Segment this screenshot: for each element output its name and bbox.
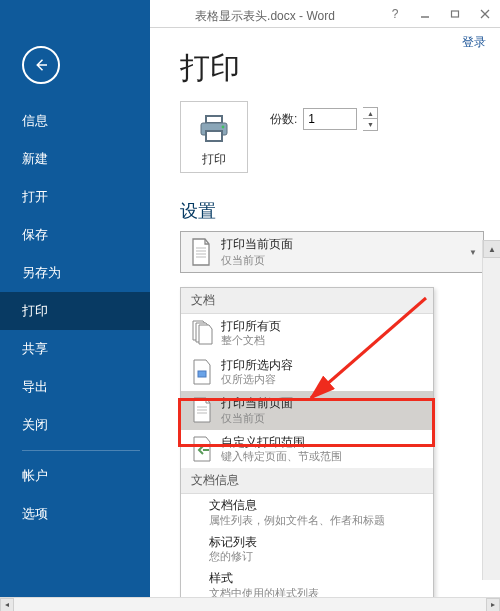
print-button[interactable]: 打印: [180, 101, 248, 173]
page-icon: [189, 358, 215, 386]
settings-heading: 设置: [180, 199, 484, 223]
flyout-section-documents: 文档: [181, 288, 433, 314]
backstage-sidebar: 信息新建打开保存另存为打印共享导出关闭 帐户选项: [0, 28, 150, 610]
document-title: 表格显示表头.docx - Word: [150, 2, 380, 25]
sidebar-item-8[interactable]: 关闭: [0, 406, 150, 444]
flyout-extra1[interactable]: 标记列表 您的修订: [181, 531, 433, 568]
sidebar-bottom-item-1[interactable]: 选项: [0, 495, 150, 533]
svg-rect-4: [206, 116, 222, 123]
minimize-icon[interactable]: [410, 0, 440, 28]
close-icon[interactable]: [470, 0, 500, 28]
restore-icon[interactable]: [440, 0, 470, 28]
dropdown-sub: 仅当前页: [221, 253, 477, 268]
page-icon: [189, 396, 215, 424]
sidebar-item-5[interactable]: 打印: [0, 292, 150, 330]
svg-rect-12: [198, 371, 206, 377]
copies-spinner: ▲ ▼: [363, 107, 378, 131]
sidebar-item-4[interactable]: 另存为: [0, 254, 150, 292]
print-range-flyout: 文档 打印所有页整个文档打印所选内容仅所选内容打印当前页面仅当前页自定义打印范围…: [180, 287, 434, 603]
back-button[interactable]: [22, 46, 60, 84]
window-controls: ?: [380, 0, 500, 28]
flyout-section-docinfo: 文档信息: [181, 468, 433, 494]
spin-down-icon[interactable]: ▼: [363, 119, 377, 130]
vertical-scrollbar[interactable]: ▲: [482, 240, 500, 580]
flyout-item-3[interactable]: 自定义打印范围键入特定页面、节或范围: [181, 430, 433, 469]
sidebar-bottom-item-0[interactable]: 帐户: [0, 457, 150, 495]
sidebar-item-2[interactable]: 打开: [0, 178, 150, 216]
print-range-dropdown[interactable]: 打印当前页面 仅当前页 ▼: [180, 231, 484, 273]
sidebar-item-0[interactable]: 信息: [0, 102, 150, 140]
horizontal-scrollbar[interactable]: ◂ ▸: [0, 597, 500, 611]
flyout-item-2[interactable]: 打印当前页面仅当前页: [181, 391, 433, 430]
svg-rect-1: [452, 11, 459, 17]
svg-rect-6: [206, 131, 222, 141]
printer-icon: [197, 114, 231, 147]
copies-label: 份数:: [270, 111, 297, 128]
svg-point-7: [222, 126, 225, 129]
copies-input[interactable]: [303, 108, 357, 130]
flyout-info-title: 文档信息: [209, 498, 423, 512]
page-icon: [189, 319, 215, 347]
scroll-left-icon[interactable]: ◂: [0, 598, 14, 612]
titlebar: 表格显示表头.docx - Word ?: [0, 0, 500, 28]
flyout-item-0[interactable]: 打印所有页整个文档: [181, 314, 433, 353]
print-button-label: 打印: [202, 151, 226, 168]
sidebar-item-7[interactable]: 导出: [0, 368, 150, 406]
page-icon: [189, 435, 215, 463]
page-icon: [187, 236, 215, 268]
page-title: 打印: [180, 48, 500, 89]
flyout-info-item[interactable]: 文档信息 属性列表，例如文件名、作者和标题: [181, 494, 433, 531]
titlebar-sidebar-spacer: [0, 0, 150, 28]
sidebar-item-6[interactable]: 共享: [0, 330, 150, 368]
scroll-right-icon[interactable]: ▸: [486, 598, 500, 612]
spin-up-icon[interactable]: ▲: [363, 108, 377, 119]
flyout-info-sub: 属性列表，例如文件名、作者和标题: [209, 514, 423, 527]
help-icon[interactable]: ?: [380, 0, 410, 28]
nav-separator: [22, 450, 140, 451]
flyout-item-1[interactable]: 打印所选内容仅所选内容: [181, 353, 433, 392]
sidebar-item-1[interactable]: 新建: [0, 140, 150, 178]
copies-row: 份数: ▲ ▼: [270, 107, 378, 131]
login-link[interactable]: 登录: [462, 34, 486, 51]
dropdown-title: 打印当前页面: [221, 236, 477, 253]
sidebar-item-3[interactable]: 保存: [0, 216, 150, 254]
scroll-up-icon[interactable]: ▲: [483, 240, 500, 258]
chevron-down-icon: ▼: [469, 248, 477, 257]
